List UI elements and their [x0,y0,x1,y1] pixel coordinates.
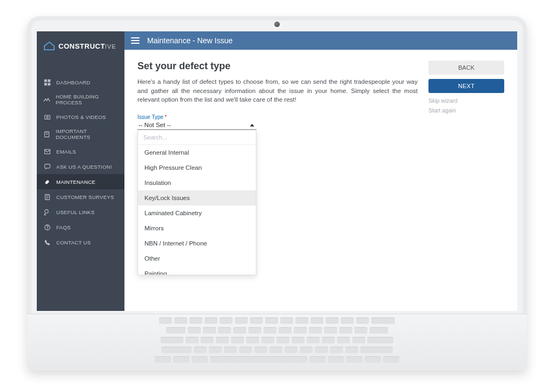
dropdown-option[interactable]: Key/Lock Issues [138,190,256,205]
laptop-keyboard [27,314,527,370]
sidebar: CONSTRUCTIVE DASHBOARDHOME BUILDING PROC… [37,31,124,311]
dropdown-option[interactable]: Insulation [138,175,256,190]
sidebar-item-label: USEFUL LINKS [56,209,95,215]
nav-icon [43,223,51,231]
sidebar-item-useful-links[interactable]: USEFUL LINKS [37,204,124,220]
sidebar-item-dashboard[interactable]: DASHBOARD [37,75,124,90]
camera-dot [274,22,280,27]
field-label-text: Issue Type [137,114,163,120]
brand-main: CONSTRUCT [58,42,105,50]
dropdown-list: General InternalHigh Pressure CleanInsul… [138,145,256,275]
page-breadcrumb: Maintenance - New Issue [147,36,233,45]
svg-point-5 [46,116,48,118]
dropdown-option[interactable]: Other [138,251,256,266]
dropdown-option[interactable]: Mirrors [138,221,256,236]
nav-icon [43,148,51,155]
sidebar-item-contact-us[interactable]: CONTACT US [37,235,124,250]
svg-rect-2 [44,83,47,85]
select-value: -- Not Set -- [138,122,171,128]
issue-type-dropdown: General InternalHigh Pressure CleanInsul… [137,130,256,275]
nav-icon [43,238,51,246]
right-pane: BACK NEXT Skip wizard Start again [428,61,504,117]
dropdown-option[interactable]: Laminated Cabinetry [138,205,256,221]
app-screen: CONSTRUCTIVE DASHBOARDHOME BUILDING PROC… [37,31,517,311]
menu-icon[interactable] [131,37,140,44]
main-area: Maintenance - New Issue Set your defect … [124,31,517,311]
back-button[interactable]: BACK [428,61,504,75]
sidebar-item-label: HOME BUILDING PROCESS [56,94,118,105]
svg-rect-3 [48,83,50,85]
sidebar-item-label: CONTACT US [56,240,91,245]
nav-icon [43,193,51,201]
field-label: Issue Type* [137,114,256,120]
sidebar-item-label: MAINTENANCE [56,179,95,185]
svg-rect-1 [48,79,50,82]
sidebar-item-label: IMPORTANT DOCUMENTS [56,128,118,140]
sidebar-item-home-building-process[interactable]: HOME BUILDING PROCESS [37,90,124,109]
svg-rect-9 [44,149,50,154]
required-mark: * [164,114,167,120]
left-pane: Set your defect type Here's a handy list… [137,61,418,130]
sidebar-item-label: EMAILS [56,149,76,155]
brand-logo: CONSTRUCTIVE [37,31,124,64]
brand-text: CONSTRUCTIVE [58,42,116,50]
nav-icon [43,78,51,86]
nav-icon [43,113,51,121]
house-icon [43,41,55,51]
sidebar-item-label: FAQS [56,224,71,230]
nav-icon [43,208,51,216]
dropdown-option[interactable]: NBN / Internet / Phone [138,236,256,251]
nav-icon [43,178,51,185]
sidebar-item-faqs[interactable]: FAQS [37,220,124,235]
next-button[interactable]: NEXT [428,79,504,93]
nav-icon [43,163,51,170]
dropdown-search-input[interactable] [138,130,256,145]
dropdown-option[interactable]: General Internal [138,145,256,160]
sidebar-item-customer-surveys[interactable]: CUSTOMER SURVEYS [37,189,124,204]
content: Set your defect type Here's a handy list… [124,50,517,311]
sidebar-item-label: PHOTOS & VIDEOS [56,114,106,120]
issue-type-select[interactable]: -- Not Set -- [137,120,256,130]
brand-suffix: IVE [105,43,116,50]
sidebar-item-label: ASK US A QUESTION! [56,164,112,170]
svg-rect-0 [44,79,47,82]
sidebar-item-photos-videos[interactable]: PHOTOS & VIDEOS [37,109,124,124]
start-again-link[interactable]: Start again [428,107,504,114]
nav-icon [43,130,50,138]
sidebar-item-important-documents[interactable]: IMPORTANT DOCUMENTS [37,124,124,144]
dropdown-option[interactable]: Painting [138,266,256,275]
sidebar-item-maintenance[interactable]: MAINTENANCE [37,174,124,189]
sidebar-item-emails[interactable]: EMAILS [37,144,124,159]
sidebar-nav: DASHBOARDHOME BUILDING PROCESSPHOTOS & V… [37,75,124,250]
skip-wizard-link[interactable]: Skip wizard [428,97,504,104]
laptop-frame: CONSTRUCTIVE DASHBOARDHOME BUILDING PROC… [27,16,527,370]
page-title: Set your defect type [137,61,418,72]
nav-icon [43,96,50,103]
caret-up-icon [250,124,254,127]
svg-point-13 [47,229,47,229]
sidebar-item-label: CUSTOMER SURVEYS [56,194,114,200]
sidebar-item-ask-us-a-question[interactable]: ASK US A QUESTION! [37,159,124,174]
issue-type-field: Issue Type* -- Not Set -- General Intern… [137,114,256,130]
topbar: Maintenance - New Issue [124,31,517,50]
svg-rect-10 [44,164,50,168]
sidebar-item-label: DASHBOARD [56,79,90,85]
svg-rect-4 [44,115,50,119]
dropdown-option[interactable]: High Pressure Clean [138,160,256,175]
page-description: Here's a handy list of defect types to c… [137,77,418,104]
